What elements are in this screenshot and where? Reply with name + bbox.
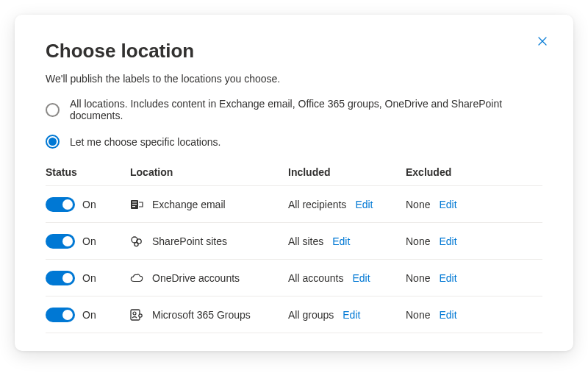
status-label: On (82, 199, 96, 210)
svg-rect-3 (132, 206, 135, 207)
excluded-value: None (406, 272, 430, 284)
included-value: All groups (288, 309, 334, 321)
radio-specific-label: Let me choose specific locations. (70, 136, 220, 148)
excluded-value: None (406, 309, 430, 321)
svg-point-8 (133, 312, 136, 315)
onedrive-icon (130, 271, 143, 285)
table-row: On Exchange email All recipients Edit No… (46, 186, 542, 223)
status-label: On (82, 235, 96, 247)
table-row: On SharePoint sites All sites Edit None … (46, 223, 542, 260)
location-name: SharePoint sites (152, 235, 227, 247)
edit-included-link[interactable]: Edit (355, 199, 373, 210)
col-included: Included (288, 166, 406, 178)
edit-excluded-link[interactable]: Edit (439, 199, 456, 210)
included-value: All sites (288, 235, 323, 247)
exchange-icon (130, 198, 143, 211)
status-toggle[interactable] (46, 308, 75, 322)
svg-rect-1 (132, 202, 137, 202)
locations-table: Status Location Included Excluded On Exc… (46, 162, 542, 333)
edit-excluded-link[interactable]: Edit (439, 309, 456, 321)
location-name: Microsoft 365 Groups (152, 309, 251, 321)
edit-excluded-link[interactable]: Edit (439, 235, 456, 247)
col-location: Location (130, 166, 288, 178)
sharepoint-icon (130, 235, 143, 248)
svg-rect-2 (132, 204, 137, 205)
excluded-value: None (406, 199, 430, 210)
included-value: All accounts (288, 272, 343, 284)
radio-all-locations[interactable]: All locations. Includes content in Excha… (46, 98, 542, 121)
location-name: Exchange email (152, 199, 226, 210)
close-button[interactable] (532, 31, 553, 51)
status-toggle[interactable] (46, 197, 75, 212)
status-toggle[interactable] (46, 234, 75, 249)
location-name: OneDrive accounts (152, 272, 240, 284)
col-status: Status (46, 166, 130, 178)
status-label: On (82, 272, 96, 284)
radio-circle-selected-icon (46, 135, 60, 149)
excluded-value: None (406, 235, 430, 247)
radio-all-label: All locations. Includes content in Excha… (70, 98, 542, 121)
choose-location-panel: Choose location We'll publish the labels… (15, 15, 573, 351)
m365-groups-icon (130, 308, 143, 322)
table-header-row: Status Location Included Excluded (46, 162, 542, 186)
edit-included-link[interactable]: Edit (332, 235, 350, 247)
included-value: All recipients (288, 199, 346, 210)
radio-circle-icon (46, 103, 60, 117)
table-row: On OneDrive accounts All accounts Edit N… (46, 260, 542, 296)
col-excluded: Excluded (406, 166, 542, 178)
page-title: Choose location (46, 40, 542, 63)
svg-point-9 (139, 313, 142, 316)
edit-included-link[interactable]: Edit (352, 272, 370, 284)
page-subtitle: We'll publish the labels to the location… (46, 73, 542, 85)
svg-point-6 (135, 242, 138, 246)
close-icon (538, 37, 547, 46)
table-row: On Microsoft 365 Groups All groups Edit … (46, 296, 542, 333)
radio-specific-locations[interactable]: Let me choose specific locations. (46, 135, 542, 149)
status-label: On (82, 309, 96, 321)
edit-included-link[interactable]: Edit (343, 309, 360, 321)
edit-excluded-link[interactable]: Edit (439, 272, 456, 284)
status-toggle[interactable] (46, 271, 75, 285)
